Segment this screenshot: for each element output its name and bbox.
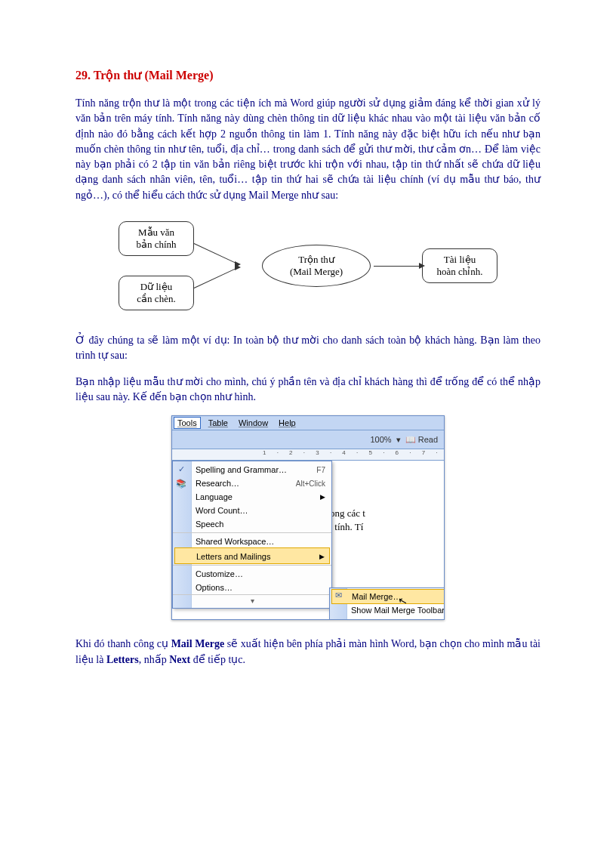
submenu-item-show-toolbar[interactable]: Show Mail Merge Toolbar bbox=[330, 603, 444, 617]
menubar: Tools Table Window Help bbox=[172, 416, 444, 430]
paragraph-3: Bạn nhập liệu mẫu thư mời cho mình, chú … bbox=[75, 375, 541, 405]
menu-item-wordcount[interactable]: Word Count… bbox=[173, 504, 331, 517]
ruler: 1 · 2 · 3 · 4 · 5 · 6 · 7 · 8 bbox=[172, 449, 444, 461]
menu-item-options[interactable]: Options… bbox=[173, 581, 331, 594]
chevron-right-icon: ▶ bbox=[320, 493, 325, 501]
research-icon: 📚 bbox=[176, 479, 186, 489]
chevron-right-icon: ▶ bbox=[319, 553, 325, 560]
flow-diagram: Mẫu văn bản chính Dữ liệu cần chèn. Trộn… bbox=[75, 221, 541, 310]
menu-tools[interactable]: Tools bbox=[174, 417, 201, 429]
menu-help[interactable]: Help bbox=[279, 418, 296, 427]
menu-window[interactable]: Window bbox=[239, 418, 268, 427]
menu-table[interactable]: Table bbox=[208, 418, 228, 427]
diagram-arrow-out bbox=[374, 266, 419, 267]
diagram-box-template: Mẫu văn bản chính bbox=[119, 221, 194, 256]
toolbar: 100% ▾ 📖 Read bbox=[172, 430, 444, 449]
menu-item-letters-mailings[interactable]: Letters and Mailings ▶ bbox=[174, 547, 330, 564]
mail-merge-icon: ✉ bbox=[333, 591, 343, 601]
menu-item-research[interactable]: 📚 Research… Alt+Click bbox=[173, 476, 331, 490]
word-screenshot: Tools Table Window Help 100% ▾ 📖 Read 1 … bbox=[171, 415, 445, 620]
section-heading: 29. Trộn thư (Mail Merge) bbox=[75, 68, 541, 82]
diagram-center: Trộn thư (Mail Merge) bbox=[262, 245, 371, 287]
letters-submenu: ✉ Mail Merge… Show Mail Merge Toolbar ✉ … bbox=[329, 587, 444, 619]
menu-item-language[interactable]: Language ▶ bbox=[173, 490, 331, 504]
submenu-item-mail-merge[interactable]: ✉ Mail Merge… bbox=[331, 589, 444, 604]
menu-item-spelling[interactable]: ✓ Spelling and Grammar… F7 bbox=[173, 463, 331, 476]
paragraph-4: Khi đó thanh công cụ Mail Merge sẽ xuất … bbox=[75, 637, 541, 668]
diagram-arrows-in bbox=[194, 228, 262, 304]
chevron-down-icon[interactable]: ▾ bbox=[396, 435, 401, 445]
submenu-item-envelopes[interactable]: ✉ Envelopes and Labels… bbox=[330, 617, 444, 619]
paragraph-2: Ở đây chúng ta sẽ làm một ví dụ: In toàn… bbox=[75, 333, 541, 364]
abc-check-icon: ✓ bbox=[176, 464, 186, 475]
menu-item-speech[interactable]: Speech bbox=[173, 517, 331, 531]
zoom-value[interactable]: 100% bbox=[371, 435, 392, 444]
document-page: 29. Trộn thư (Mail Merge) Tính năng trộn… bbox=[0, 0, 616, 723]
tools-dropdown: ✓ Spelling and Grammar… F7 📚 Research… A… bbox=[172, 461, 332, 609]
diagram-inputs: Mẫu văn bản chính Dữ liệu cần chèn. bbox=[119, 221, 194, 310]
menu-item-shared-workspace[interactable]: Shared Workspace… bbox=[173, 532, 331, 548]
bold-letters: Letters bbox=[106, 654, 139, 665]
diagram-box-output: Tài liệu hoàn chỉnh. bbox=[422, 248, 497, 283]
paragraph-1: Tính năng trộn thư là một trong các tiện… bbox=[75, 96, 541, 203]
document-area: ư (Mail Merge) rộn thư là một trong các … bbox=[172, 461, 444, 619]
bold-next: Next bbox=[169, 654, 190, 665]
expand-chevrons-icon[interactable]: ▾ bbox=[173, 594, 331, 606]
bold-mail-merge: Mail Merge bbox=[171, 638, 224, 649]
menu-item-customize[interactable]: Customize… bbox=[173, 565, 331, 581]
diagram-box-data: Dữ liệu cần chèn. bbox=[119, 276, 194, 310]
read-button[interactable]: 📖 Read bbox=[405, 435, 438, 445]
